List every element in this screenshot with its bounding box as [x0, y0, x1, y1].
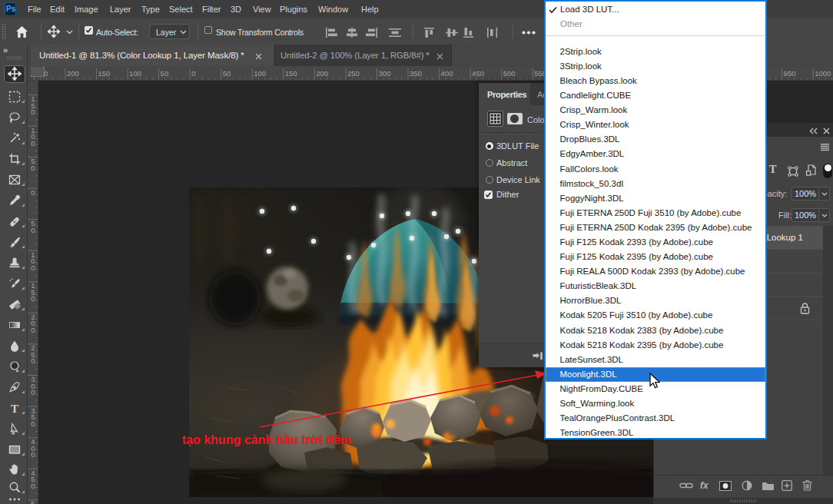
svg-text:250: 250 — [347, 69, 360, 78]
svg-text:5: 5 — [31, 499, 35, 504]
svg-text:50: 50 — [223, 69, 231, 78]
svg-text:0: 0 — [31, 139, 35, 148]
svg-text:350: 350 — [410, 69, 422, 78]
svg-text:0: 0 — [31, 388, 35, 396]
svg-text:450: 450 — [472, 69, 484, 78]
svg-text:0: 0 — [31, 188, 35, 197]
svg-text:0: 0 — [191, 69, 195, 78]
svg-text:1000: 1000 — [815, 69, 831, 78]
svg-text:200: 200 — [67, 69, 79, 78]
svg-text:0: 0 — [31, 164, 35, 172]
svg-text:150: 150 — [285, 69, 297, 78]
svg-text:0: 0 — [31, 419, 35, 428]
svg-text:0: 0 — [31, 326, 35, 334]
svg-text:50: 50 — [161, 69, 169, 78]
svg-text:0: 0 — [31, 450, 35, 459]
svg-text:500: 500 — [503, 69, 516, 78]
svg-text:100: 100 — [254, 69, 266, 78]
svg-text:0: 0 — [31, 482, 35, 490]
svg-text:0: 0 — [31, 356, 35, 365]
svg-text:T: T — [11, 403, 18, 415]
svg-text:400: 400 — [441, 69, 453, 78]
svg-text:100: 100 — [129, 69, 141, 78]
svg-text:0: 0 — [31, 108, 35, 116]
svg-text:200: 200 — [316, 69, 328, 78]
svg-text:0: 0 — [31, 226, 35, 234]
svg-text:0: 0 — [31, 264, 35, 272]
svg-text:150: 150 — [98, 69, 111, 78]
svg-text:0: 0 — [31, 294, 35, 303]
svg-text:300: 300 — [379, 69, 391, 78]
svg-text:950: 950 — [784, 69, 796, 78]
